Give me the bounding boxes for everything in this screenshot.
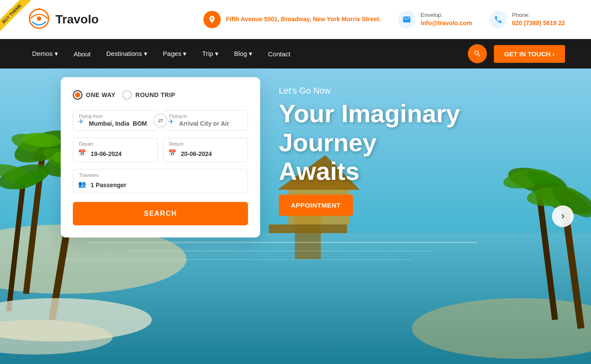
phone-text: Phone: 020 (7388) 5619 22 bbox=[512, 11, 565, 28]
date-fields-row: Depart 📅 Return 📅 bbox=[73, 138, 248, 162]
nav-blog[interactable]: Blog ▾ bbox=[228, 46, 258, 61]
phone-icon bbox=[490, 11, 507, 28]
one-way-radio[interactable] bbox=[73, 90, 82, 100]
address-info: Fifth Avenue 5501, Broadway, New York Mo… bbox=[203, 11, 381, 28]
flying-from-group: Flying from ✈ bbox=[73, 110, 158, 131]
next-arrow-button[interactable] bbox=[552, 205, 574, 227]
address-text: Fifth Avenue 5501, Broadway, New York Mo… bbox=[226, 15, 381, 24]
round-trip-label: ROUND TRIP bbox=[135, 91, 175, 98]
buy-theme-ribbon[interactable]: BUY THEME bbox=[0, 0, 43, 43]
hero-text-area: Let's Go Now Your Imaginary Journey Awai… bbox=[279, 86, 556, 216]
search-panel: ONE WAY ROUND TRIP Flying from ✈ ⇄ Flyin… bbox=[61, 77, 260, 237]
travelers-group: Travelers 👥 bbox=[73, 169, 248, 193]
appointment-button[interactable]: APPOINTMENT bbox=[279, 195, 353, 216]
hero-section: ONE WAY ROUND TRIP Flying from ✈ ⇄ Flyin… bbox=[0, 68, 591, 364]
nav-pages[interactable]: Pages ▾ bbox=[157, 46, 193, 61]
location-icon bbox=[203, 11, 221, 28]
return-label: Return bbox=[169, 141, 183, 146]
top-header: Travolo Fifth Avenue 5501, Broadway, New… bbox=[0, 0, 591, 39]
address-value: Fifth Avenue 5501, Broadway, New York Mo… bbox=[226, 15, 381, 24]
nav-right: GET IN TOUCH › bbox=[468, 44, 565, 63]
phone-label: Phone: bbox=[512, 11, 565, 19]
traveler-icon: 👥 bbox=[78, 180, 86, 188]
get-in-touch-button[interactable]: GET IN TOUCH › bbox=[494, 45, 565, 63]
flying-to-label: Flying to bbox=[169, 114, 187, 119]
svg-rect-35 bbox=[87, 242, 477, 243]
flying-to-group: Flying to ✈ bbox=[163, 110, 248, 131]
svg-rect-36 bbox=[130, 250, 434, 251]
swap-button[interactable]: ⇄ bbox=[153, 114, 167, 127]
email-value: info@travolo.com bbox=[421, 19, 472, 28]
round-trip-radio[interactable] bbox=[122, 90, 132, 100]
calendar-return-icon: 📅 bbox=[168, 149, 176, 157]
nav-destinations[interactable]: Destinations ▾ bbox=[100, 46, 153, 61]
nav-items: Demos ▾ About Destinations ▾ Pages ▾ Tri… bbox=[26, 46, 468, 61]
one-way-dot bbox=[75, 92, 80, 98]
round-trip-option[interactable]: ROUND TRIP bbox=[122, 90, 175, 100]
email-text: Envelop: info@travolo.com bbox=[421, 11, 472, 28]
travelers-input[interactable] bbox=[73, 169, 248, 193]
lets-go-text: Let's Go Now bbox=[279, 86, 556, 96]
nav-contact[interactable]: Contact bbox=[262, 47, 297, 61]
nav-demos[interactable]: Demos ▾ bbox=[26, 46, 64, 61]
depart-date-group: Depart 📅 bbox=[73, 138, 158, 162]
hero-title-line2: Awaits bbox=[279, 157, 359, 185]
nav-trip[interactable]: Trip ▾ bbox=[196, 46, 224, 61]
flying-fields-row: Flying from ✈ ⇄ Flying to ✈ bbox=[73, 110, 248, 131]
navbar: Demos ▾ About Destinations ▾ Pages ▾ Tri… bbox=[0, 39, 591, 68]
email-label: Envelop: bbox=[421, 11, 472, 19]
search-button[interactable]: SEARCH bbox=[73, 202, 248, 225]
phone-value: 020 (7388) 5619 22 bbox=[512, 19, 565, 28]
return-date-group: Return 📅 bbox=[163, 138, 248, 162]
one-way-option[interactable]: ONE WAY bbox=[73, 90, 115, 100]
svg-rect-37 bbox=[65, 259, 412, 260]
phone-info: Phone: 020 (7388) 5619 22 bbox=[490, 11, 565, 28]
ribbon-label: BUY THEME bbox=[0, 0, 32, 33]
hero-title: Your Imaginary Journey Awaits bbox=[279, 99, 556, 186]
nav-search-button[interactable] bbox=[468, 44, 487, 63]
nav-about[interactable]: About bbox=[68, 47, 97, 61]
hero-title-line1: Your Imaginary Journey bbox=[279, 99, 460, 156]
travelers-label: Travelers bbox=[79, 172, 98, 178]
email-icon bbox=[398, 11, 415, 28]
logo-text: Travolo bbox=[56, 13, 99, 26]
one-way-label: ONE WAY bbox=[86, 91, 115, 98]
calendar-depart-icon: 📅 bbox=[78, 149, 86, 157]
header-info: Fifth Avenue 5501, Broadway, New York Mo… bbox=[203, 11, 565, 28]
flying-from-label: Flying from bbox=[79, 114, 102, 119]
trip-type-row: ONE WAY ROUND TRIP bbox=[73, 90, 248, 100]
email-info: Envelop: info@travolo.com bbox=[398, 11, 472, 28]
depart-label: Depart bbox=[79, 141, 93, 146]
